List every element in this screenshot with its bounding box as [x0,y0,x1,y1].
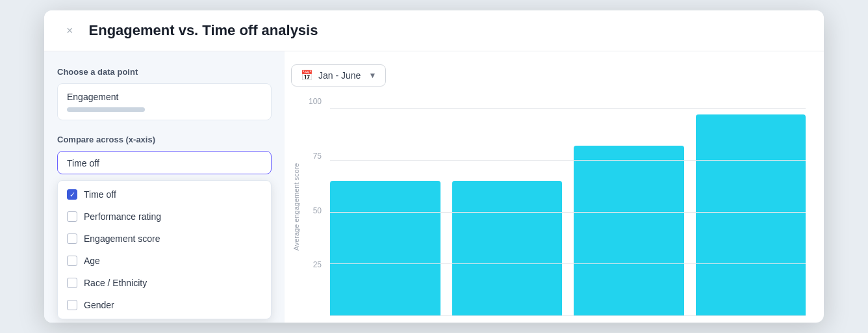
compare-current: Time off [67,158,262,174]
modal-title: Engagement vs. Time off analysis [89,22,318,39]
sidebar: Choose a data point Engagement Compare a… [44,51,285,323]
compare-dropdown: Time offPerformance ratingEngagement sco… [57,180,272,319]
bar [452,181,563,316]
dropdown-item-label: Gender [84,300,114,310]
modal: × Engagement vs. Time off analysis Choos… [44,10,824,323]
checkbox[interactable] [67,189,77,200]
bar-col [696,108,806,316]
bar [330,181,440,316]
data-point-bar [67,107,145,112]
dropdown-item[interactable]: Performance rating [58,206,271,228]
y-axis-title: Average engagement score [292,163,300,250]
y-axis-label: 50 [313,206,322,215]
dropdown-item-label: Performance rating [84,211,161,222]
calendar-icon: 📅 [301,70,313,81]
dropdown-item[interactable]: Engagement score [58,228,271,250]
y-axis-label: 75 [313,152,322,161]
checkbox[interactable] [67,278,77,288]
chart-area: 📅 Jan - June ▼ 100755025 Average engagem… [285,51,824,323]
modal-header: × Engagement vs. Time off analysis [44,10,824,51]
bar [696,114,806,316]
chart-container: 100755025 Average engagement score [291,97,806,316]
dropdown-item[interactable]: Age [58,250,271,272]
choose-label: Choose a data point [57,67,272,77]
dropdown-item[interactable]: Gender [58,294,271,316]
checkbox[interactable] [67,256,77,266]
close-button[interactable]: × [62,23,77,38]
data-point-text: Engagement [67,92,262,102]
y-axis-label: 25 [313,260,322,269]
checkbox[interactable] [67,211,77,222]
chevron-down-icon: ▼ [368,71,376,80]
modal-body: Choose a data point Engagement Compare a… [44,51,824,323]
bar-col [330,108,440,316]
checkbox[interactable] [67,300,77,310]
dropdown-item-label: Time off [84,189,116,200]
date-label: Jan - June [318,70,361,81]
bar [574,146,684,316]
dropdown-item-label: Race / Ethnicity [84,278,147,288]
bar-col [574,108,684,316]
bar-col [452,108,563,316]
dropdown-item[interactable]: Race / Ethnicity [58,272,271,294]
bars-wrapper [330,108,806,316]
compare-label: Compare across (x-axis) [57,135,272,144]
y-axis-label: 100 [309,97,322,106]
dropdown-item[interactable]: Time off [58,183,271,206]
dropdown-item-label: Engagement score [84,233,160,244]
dropdown-item-label: Age [84,256,100,266]
checkbox[interactable] [67,233,77,244]
chart-toolbar: 📅 Jan - June ▼ [291,64,806,87]
data-point-box[interactable]: Engagement [57,83,272,120]
compare-box[interactable]: Time off Time offPerformance ratingEngag… [57,151,272,174]
date-dropdown[interactable]: 📅 Jan - June ▼ [291,64,386,87]
